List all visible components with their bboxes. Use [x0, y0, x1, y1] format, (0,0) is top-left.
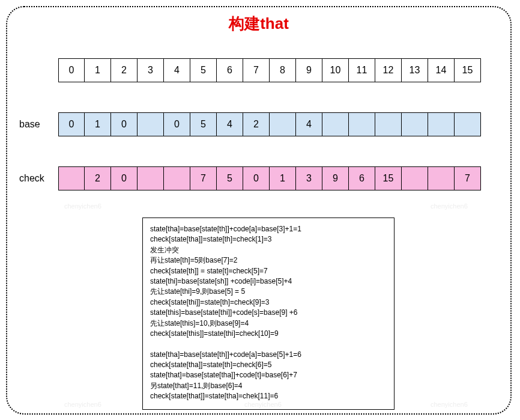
base-cell: 0	[164, 112, 190, 136]
index-cell: 13	[402, 58, 428, 82]
check-cell: 5	[217, 166, 243, 190]
base-cell: 1	[85, 112, 111, 136]
check-cell: 9	[322, 166, 349, 190]
index-cell: 11	[349, 58, 375, 82]
index-cell: 7	[243, 58, 270, 82]
index-cell: 5	[190, 58, 217, 82]
base-cell	[322, 112, 349, 136]
base-cell	[455, 112, 481, 136]
check-cell	[138, 166, 164, 190]
index-cell: 3	[138, 58, 164, 82]
index-cell: 10	[322, 58, 349, 82]
check-cell: 0	[111, 166, 138, 190]
index-cell: 4	[164, 58, 190, 82]
base-cell	[349, 112, 375, 136]
base-cell: 2	[243, 112, 270, 136]
watermark: chenyichen6	[431, 401, 468, 408]
base-cell: 4	[296, 112, 322, 136]
index-cell: 0	[58, 58, 85, 82]
check-cell: 15	[375, 166, 402, 190]
base-label: base	[19, 119, 58, 130]
check-cell	[402, 166, 428, 190]
check-cell	[58, 166, 85, 190]
check-cell: 7	[190, 166, 217, 190]
check-cell: 0	[243, 166, 270, 190]
check-cell: 3	[296, 166, 322, 190]
check-cell: 2	[85, 166, 111, 190]
check-cell	[164, 166, 190, 190]
base-cell	[375, 112, 402, 136]
index-cell: 12	[375, 58, 402, 82]
base-array: 01005424	[58, 112, 481, 136]
base-cell: 4	[217, 112, 243, 136]
index-cell: 15	[455, 58, 481, 82]
index-array: 0123456789101112131415	[58, 58, 481, 82]
check-cell: 1	[270, 166, 296, 190]
page-title: 构建that	[7, 13, 510, 34]
index-cell: 8	[270, 58, 296, 82]
check-cell: 7	[455, 166, 481, 190]
index-cell: 9	[296, 58, 322, 82]
base-row: base 01005424	[19, 112, 481, 136]
index-cell: 2	[111, 58, 138, 82]
check-label: check	[19, 173, 58, 184]
base-cell	[270, 112, 296, 136]
base-cell	[138, 112, 164, 136]
base-cell	[428, 112, 455, 136]
index-cell: 1	[85, 58, 111, 82]
index-row: 0123456789101112131415	[58, 58, 481, 82]
computation-textbox: state[tha]=base[state[th]]+code[a]=base[…	[142, 218, 395, 410]
base-cell	[402, 112, 428, 136]
index-cell: 6	[217, 58, 243, 82]
index-cell: 14	[428, 58, 455, 82]
base-cell: 5	[190, 112, 217, 136]
watermark: chenyichen6	[64, 401, 101, 408]
diagram-frame: 构建that 0123456789101112131415 base 01005…	[6, 6, 512, 415]
check-row: check 207501396157	[19, 166, 481, 190]
base-cell: 0	[111, 112, 138, 136]
check-cell: 6	[349, 166, 375, 190]
watermark: chenyichen6	[64, 202, 101, 210]
check-array: 207501396157	[58, 166, 481, 190]
watermark: chenyichen6	[431, 202, 468, 210]
check-cell	[428, 166, 455, 190]
base-cell: 0	[58, 112, 85, 136]
